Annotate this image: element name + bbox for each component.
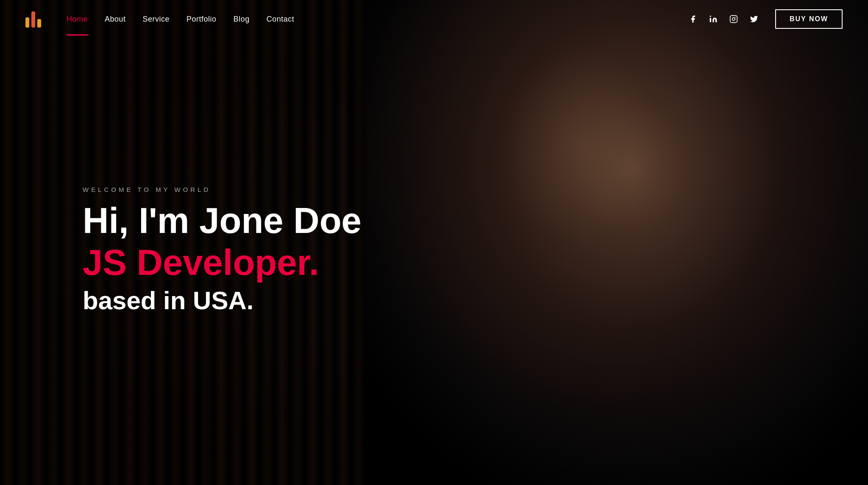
navbar-left: Home About Service Portfolio Blog Contac… xyxy=(25,11,294,28)
nav-link-home[interactable]: Home xyxy=(67,15,88,23)
logo-bar-1 xyxy=(25,17,29,28)
buy-now-button[interactable]: BUY NOW xyxy=(775,9,843,29)
nav-link-service[interactable]: Service xyxy=(143,15,170,23)
hero-section: Home About Service Portfolio Blog Contac… xyxy=(0,0,868,485)
hero-welcome: WELCOME TO MY WORLD xyxy=(83,186,362,193)
nav-link-portfolio[interactable]: Portfolio xyxy=(186,15,217,23)
hero-location: based in USA. xyxy=(83,285,362,316)
hero-content: WELCOME TO MY WORLD Hi, I'm Jone Doe JS … xyxy=(83,186,362,316)
nav-item-contact[interactable]: Contact xyxy=(267,15,295,24)
navbar: Home About Service Portfolio Blog Contac… xyxy=(0,0,868,38)
logo-bar-2 xyxy=(31,11,35,28)
linkedin-icon[interactable] xyxy=(709,15,718,23)
nav-item-service[interactable]: Service xyxy=(143,15,170,24)
twitter-icon[interactable] xyxy=(750,15,758,23)
social-icons xyxy=(689,15,758,23)
nav-item-portfolio[interactable]: Portfolio xyxy=(186,15,217,24)
nav-item-about[interactable]: About xyxy=(105,15,126,24)
logo-bar-3 xyxy=(37,19,41,28)
nav-link-about[interactable]: About xyxy=(105,15,126,23)
hero-photo xyxy=(347,0,868,485)
hero-greeting: Hi, I'm Jone Doe xyxy=(83,202,362,239)
hero-role: JS Developer. xyxy=(83,244,362,281)
facebook-icon[interactable] xyxy=(689,15,697,23)
instagram-icon[interactable] xyxy=(729,15,738,23)
nav-item-home[interactable]: Home xyxy=(67,15,88,24)
navbar-right: BUY NOW xyxy=(689,9,843,29)
nav-links: Home About Service Portfolio Blog Contac… xyxy=(67,15,294,24)
nav-link-blog[interactable]: Blog xyxy=(234,15,250,23)
svg-rect-1 xyxy=(730,16,737,23)
nav-link-contact[interactable]: Contact xyxy=(267,15,295,23)
logo[interactable] xyxy=(25,11,41,28)
nav-item-blog[interactable]: Blog xyxy=(234,15,250,24)
svg-point-0 xyxy=(710,16,711,17)
